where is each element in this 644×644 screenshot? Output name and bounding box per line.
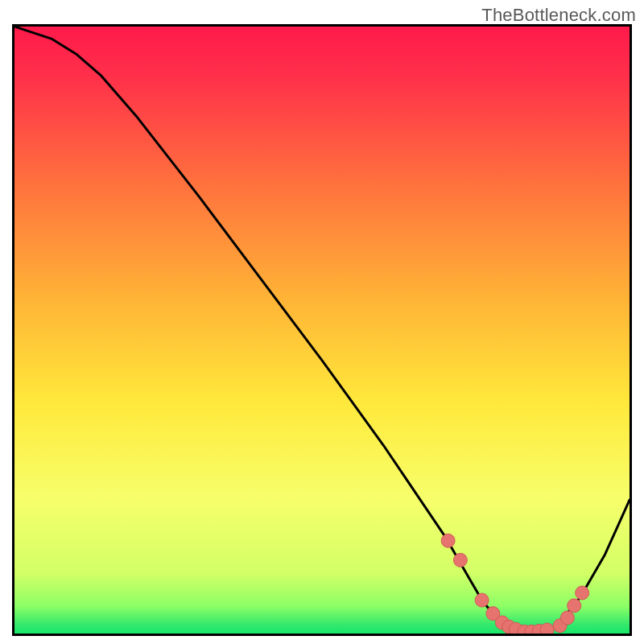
- highlight-dot: [475, 593, 489, 607]
- highlight-dot: [453, 553, 467, 567]
- bottleneck-chart: [14, 27, 630, 634]
- plot-frame: [12, 24, 632, 636]
- highlight-dot: [441, 534, 455, 547]
- highlight-dot: [560, 611, 574, 625]
- highlight-dot: [568, 599, 581, 613]
- chart-stage: TheBottleneck.com: [0, 0, 644, 644]
- highlight-dot: [576, 586, 589, 600]
- highlight-dot: [540, 623, 554, 634]
- gradient-background: [14, 27, 630, 634]
- watermark-text: TheBottleneck.com: [481, 5, 636, 26]
